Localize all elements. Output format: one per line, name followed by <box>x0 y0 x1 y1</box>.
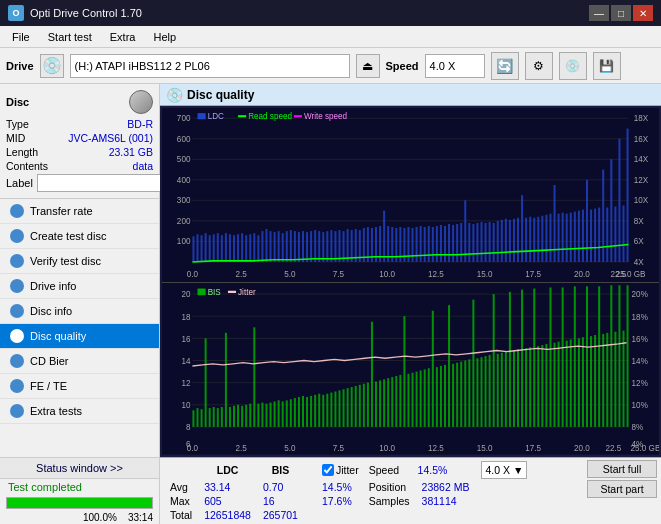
svg-text:18%: 18% <box>632 312 649 322</box>
svg-rect-197 <box>245 405 247 427</box>
svg-text:10: 10 <box>181 400 190 410</box>
maximize-button[interactable]: □ <box>611 5 631 21</box>
svg-rect-38 <box>205 233 207 262</box>
svg-rect-236 <box>403 317 405 428</box>
svg-text:20.0: 20.0 <box>574 270 590 279</box>
speed-selector[interactable]: 4.0 X <box>425 54 485 78</box>
svg-rect-232 <box>387 379 389 428</box>
start-full-button[interactable]: Start full <box>587 460 657 478</box>
svg-rect-292 <box>198 289 206 296</box>
svg-text:6X: 6X <box>634 237 644 246</box>
status-window-button[interactable]: Status window >> <box>0 458 159 479</box>
menu-bar: File Start test Extra Help <box>0 26 661 48</box>
svg-rect-119 <box>533 218 535 262</box>
svg-rect-68 <box>326 231 328 262</box>
svg-text:500: 500 <box>177 155 191 164</box>
drive-info-icon <box>10 279 24 293</box>
svg-rect-128 <box>570 213 572 262</box>
svg-rect-58 <box>286 231 288 262</box>
svg-rect-66 <box>318 231 320 262</box>
refresh-button[interactable]: 🔄 <box>491 52 519 80</box>
svg-rect-49 <box>249 234 251 262</box>
svg-rect-125 <box>558 214 560 262</box>
svg-rect-279 <box>578 339 580 428</box>
svg-rect-214 <box>314 395 316 427</box>
svg-rect-217 <box>326 394 328 427</box>
svg-rect-56 <box>278 231 280 262</box>
drive-selector[interactable]: (H:) ATAPI iHBS112 2 PL06 <box>70 54 350 78</box>
svg-rect-254 <box>476 359 478 428</box>
svg-rect-257 <box>489 355 491 427</box>
start-part-button[interactable]: Start part <box>587 480 657 498</box>
svg-rect-111 <box>501 220 503 262</box>
jitter-checkbox-label[interactable]: Jitter <box>322 464 359 476</box>
nav-item-cd-bier[interactable]: CD Bier <box>0 349 159 374</box>
save-button[interactable]: 💾 <box>593 52 621 80</box>
svg-rect-91 <box>420 226 422 262</box>
minimize-button[interactable]: — <box>589 5 609 21</box>
menu-extra[interactable]: Extra <box>102 29 144 45</box>
svg-text:10.0: 10.0 <box>379 443 395 453</box>
menu-help[interactable]: Help <box>145 29 184 45</box>
menu-start-test[interactable]: Start test <box>40 29 100 45</box>
nav-item-drive-info[interactable]: Drive info <box>0 274 159 299</box>
nav-item-extra-tests[interactable]: Extra tests <box>0 399 159 424</box>
svg-rect-97 <box>444 226 446 262</box>
svg-rect-65 <box>314 230 316 262</box>
label-input[interactable] <box>37 174 170 192</box>
svg-text:7.5: 7.5 <box>333 270 345 279</box>
svg-text:0.0: 0.0 <box>187 270 199 279</box>
svg-rect-192 <box>225 333 227 427</box>
nav-item-fe-te[interactable]: FE / TE <box>0 374 159 399</box>
svg-rect-230 <box>379 381 381 427</box>
svg-rect-44 <box>229 234 231 262</box>
speed-col-header: Speed <box>365 460 416 480</box>
disc-button[interactable]: 💿 <box>559 52 587 80</box>
svg-rect-255 <box>480 358 482 428</box>
close-button[interactable]: ✕ <box>633 5 653 21</box>
svg-text:8%: 8% <box>632 422 644 432</box>
svg-text:12X: 12X <box>634 176 649 185</box>
svg-rect-52 <box>261 231 263 262</box>
nav-label: Disc info <box>30 305 72 317</box>
svg-text:12.5: 12.5 <box>428 270 444 279</box>
svg-text:14%: 14% <box>632 356 649 366</box>
nav-label: Transfer rate <box>30 205 93 217</box>
svg-rect-82 <box>383 211 385 262</box>
svg-text:12%: 12% <box>632 378 649 388</box>
settings-button[interactable]: ⚙ <box>525 52 553 80</box>
status-section: Status window >> Test completed 100.0% 3… <box>0 457 159 524</box>
jitter-checkbox[interactable] <box>322 464 334 476</box>
avg-ldc-value: 33.14 <box>198 480 257 494</box>
nav-item-disc-quality[interactable]: Disc quality <box>0 324 159 349</box>
svg-rect-287 <box>610 286 612 428</box>
svg-rect-223 <box>351 387 353 427</box>
svg-rect-242 <box>428 369 430 428</box>
eject-button[interactable]: ⏏ <box>356 54 380 78</box>
menu-file[interactable]: File <box>4 29 38 45</box>
svg-rect-105 <box>476 223 478 262</box>
svg-rect-94 <box>432 227 434 262</box>
nav-label: FE / TE <box>30 380 67 392</box>
svg-rect-190 <box>217 409 219 428</box>
contents-label: Contents <box>6 160 48 172</box>
svg-rect-280 <box>582 338 584 428</box>
svg-rect-90 <box>416 227 418 262</box>
nav-item-create-test-disc[interactable]: Create test disc <box>0 224 159 249</box>
svg-rect-64 <box>310 231 312 262</box>
left-panel: Disc Type BD-R MID JVC-AMS6L (001) Lengt… <box>0 84 160 524</box>
nav-item-verify-test-disc[interactable]: Verify test disc <box>0 249 159 274</box>
svg-rect-289 <box>618 286 620 428</box>
chart-title-bar: 💿 Disc quality <box>160 84 661 106</box>
nav-item-transfer-rate[interactable]: Transfer rate <box>0 199 159 224</box>
progress-pct: 100.0% <box>83 512 117 523</box>
svg-rect-275 <box>562 288 564 427</box>
nav-item-disc-info[interactable]: Disc info <box>0 299 159 324</box>
svg-text:16%: 16% <box>632 334 649 344</box>
svg-text:5.0: 5.0 <box>284 443 296 453</box>
nav-label: Drive info <box>30 280 76 292</box>
svg-rect-273 <box>554 343 556 427</box>
svg-rect-92 <box>424 227 426 262</box>
svg-rect-267 <box>529 348 531 428</box>
svg-text:600: 600 <box>177 135 191 144</box>
